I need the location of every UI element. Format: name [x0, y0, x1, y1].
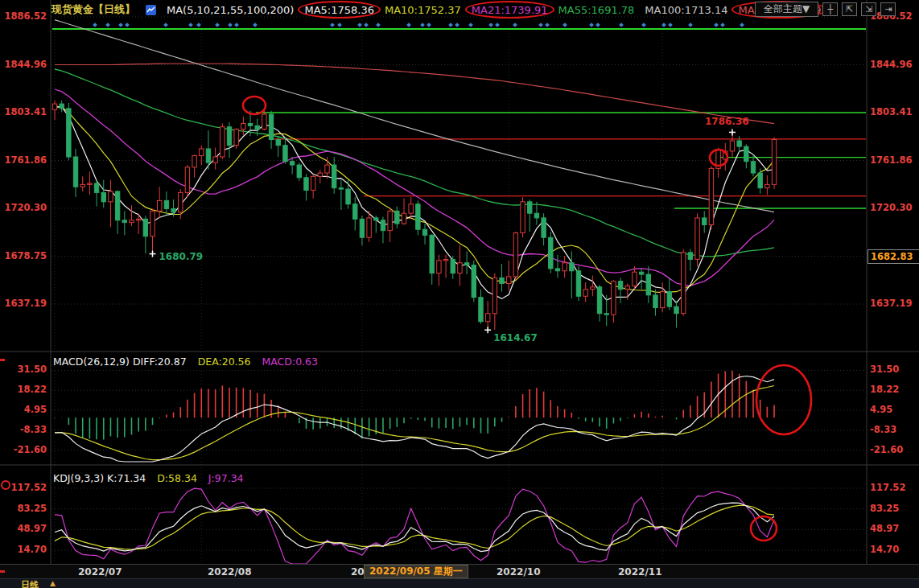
ma100-value: MA100:1713.14 — [645, 4, 727, 16]
ma5-value: MA5:1758.36 — [304, 4, 374, 16]
time-axis-label: 2022/11 — [618, 566, 661, 578]
chart-toolbar: 全部主题▼ ┼ ⇱ ⇲ ⇥ — [755, 2, 896, 17]
theme-select-button[interactable]: 全部主题▼ — [755, 2, 818, 17]
macd-axis-label: 31.50 — [2, 364, 47, 375]
price-axis-label: 1637.19 — [2, 298, 47, 309]
time-axis-label: 2022/10 — [497, 566, 540, 578]
kdj-indicator-icon[interactable] — [1, 480, 10, 490]
macd-axis-label: -21.60 — [870, 445, 903, 455]
kdj-axis-label: 48.97 — [870, 524, 899, 534]
price-axis-label: 1720.30 — [2, 203, 47, 213]
kdj-d-label: D:58.34 — [157, 472, 197, 484]
period-tag: 【日线】 — [93, 3, 135, 15]
macd-axis-label: 18.22 — [870, 384, 899, 395]
time-axis-label: 2022/07 — [78, 566, 122, 578]
crosshair-tool-icon[interactable]: ┼ — [822, 2, 838, 16]
instrument-name: 现货黄金 — [52, 3, 93, 15]
price-axis-label: 1844.96 — [2, 60, 47, 70]
kdj-axis-label: 14.70 — [2, 545, 47, 555]
kdj-axis-label: 14.70 — [870, 545, 899, 555]
crosshair-date-badge: 2022/09/05 星期一 — [364, 565, 468, 578]
swing-low-label: 1614.67 — [493, 332, 538, 343]
trading-terminal: 日线 ▲ 现货黄金【日线】 MA(5,10,21,55,100,200) MA5… — [0, 0, 919, 588]
price-axis-label: 1637.19 — [870, 298, 912, 309]
pane-right-icon[interactable]: ⇲ — [861, 2, 876, 16]
macd-header: MACD(26,12,9) DIFF:20.87 DEA:20.56 MACD:… — [53, 356, 318, 368]
ma21-value: MA21:1739.91 — [472, 4, 548, 16]
price-axis-label: 1844.96 — [870, 60, 912, 70]
macd-axis-label: 4.95 — [2, 405, 47, 415]
kdj-j-label: J:97.34 — [208, 472, 244, 484]
kline-icon[interactable] — [146, 5, 156, 15]
price-axis-label: 1678.75 — [2, 251, 47, 261]
macd-axis-label: -21.60 — [2, 445, 47, 455]
axis-edge-tick — [0, 570, 5, 573]
status-bar: 日线 ▲ — [0, 578, 919, 588]
kdj-axis-label: 48.97 — [2, 524, 47, 534]
kdj-axis-label: 83.25 — [870, 504, 899, 514]
kdj-k-label: KDJ(9,3,3) K:71.34 — [53, 472, 146, 484]
instrument-title: 现货黄金【日线】 — [52, 2, 135, 17]
kdj-axis-label: 83.25 — [2, 504, 47, 514]
macd-diff-label: MACD(26,12,9) DIFF:20.87 — [53, 356, 187, 368]
price-axis-label: 1761.86 — [870, 155, 912, 166]
swing-low-label: 1680.79 — [159, 251, 204, 262]
macd-axis-label: -8.33 — [2, 425, 47, 435]
pane-left-icon[interactable]: ⇱ — [842, 2, 857, 16]
price-axis-label: 1803.41 — [2, 107, 47, 117]
time-axis-label: 2022/08 — [208, 566, 251, 578]
kdj-axis-label: 117.52 — [870, 483, 905, 493]
macd-axis-label: 4.95 — [870, 405, 892, 415]
macd-macd-label: MACD:0.63 — [262, 356, 318, 368]
chart-header: 现货黄金【日线】 MA(5,10,21,55,100,200) MA5:1758… — [52, 2, 821, 17]
period-selector[interactable]: 日线 — [21, 579, 39, 588]
kdj-header: KDJ(9,3,3) K:71.34 D:58.34 J:97.34 — [53, 472, 244, 484]
swing-high-label: 1786.36 — [705, 116, 749, 127]
price-axis-label: 1761.86 — [2, 155, 47, 166]
period-arrow-icon[interactable]: ▲ — [50, 579, 56, 587]
ma55-value: MA55:1691.78 — [558, 4, 635, 16]
macd-axis-label: -8.33 — [870, 425, 896, 435]
macd-axis-label: 31.50 — [870, 364, 899, 375]
price-axis-label: 1803.41 — [870, 107, 912, 117]
macd-axis-label: 18.22 — [2, 384, 47, 395]
macd-dea-label: DEA:20.56 — [198, 356, 251, 368]
macd-edge-tick — [0, 359, 5, 361]
price-chart[interactable] — [0, 0, 919, 588]
price-axis-label: 1886.52 — [2, 11, 47, 22]
collapse-right-icon[interactable]: ⇥ — [880, 2, 896, 16]
crosshair-price-badge: 1682.83 — [867, 249, 919, 264]
ma10-value: MA10:1752.37 — [385, 4, 461, 16]
price-axis-label: 1720.30 — [870, 203, 912, 213]
ma-settings-label[interactable]: MA(5,10,21,55,100,200) — [167, 4, 294, 16]
